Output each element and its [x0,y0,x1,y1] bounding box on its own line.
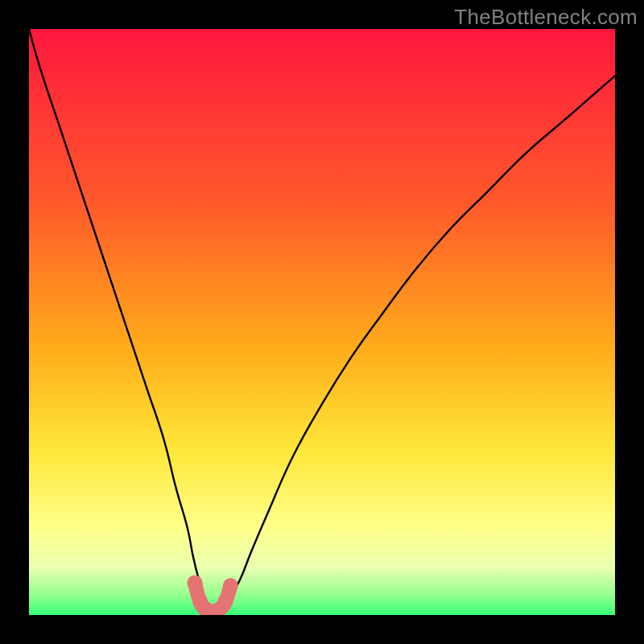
trough-marker-point [223,578,238,593]
chart-svg [29,29,615,615]
watermark-label: TheBottleneck.com [454,5,638,30]
gradient-background [29,29,615,615]
plot-area [29,29,615,615]
trough-marker-point [188,575,203,590]
trough-marker-point [217,594,233,609]
chart-frame: TheBottleneck.com [0,0,644,644]
